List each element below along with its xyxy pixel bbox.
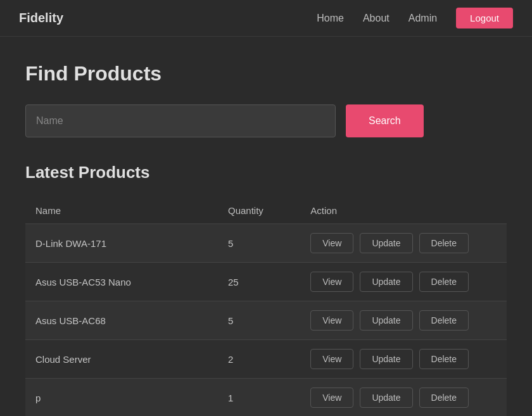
delete-button[interactable]: Delete [419,233,469,253]
nav-home[interactable]: Home [317,13,344,24]
product-name: Asus USB-AC68 [25,301,218,340]
product-quantity: 5 [218,224,300,263]
logout-button[interactable]: Logout [456,8,513,28]
action-buttons-group: ViewUpdateDelete [310,272,497,292]
product-name: p [25,379,218,417]
product-actions: ViewUpdateDelete [300,379,507,417]
table-row: D-Link DWA-1715ViewUpdateDelete [25,224,507,263]
nav-links: Home About Admin Logout [317,8,513,28]
product-name: D-Link DWA-171 [25,224,218,263]
action-buttons-group: ViewUpdateDelete [310,310,497,331]
update-button[interactable]: Update [360,233,412,253]
view-button[interactable]: View [310,349,353,369]
delete-button[interactable]: Delete [419,349,469,369]
main-content: Find Products Search Latest Products Nam… [0,37,532,416]
table-header-row: Name Quantity Action [25,198,507,224]
action-buttons-group: ViewUpdateDelete [310,349,497,369]
product-quantity: 5 [218,301,300,340]
table-row: p1ViewUpdateDelete [25,379,507,417]
table-row: Asus USB-AC685ViewUpdateDelete [25,301,507,340]
delete-button[interactable]: Delete [419,310,469,331]
product-actions: ViewUpdateDelete [300,224,507,263]
product-actions: ViewUpdateDelete [300,340,507,379]
navbar: Fidelity Home About Admin Logout [0,0,532,37]
product-quantity: 1 [218,379,300,417]
update-button[interactable]: Update [360,272,412,292]
delete-button[interactable]: Delete [419,388,469,408]
view-button[interactable]: View [310,388,353,408]
view-button[interactable]: View [310,310,353,331]
view-button[interactable]: View [310,272,353,292]
product-quantity: 25 [218,263,300,301]
product-actions: ViewUpdateDelete [300,263,507,301]
action-buttons-group: ViewUpdateDelete [310,388,497,408]
table-row: Asus USB-AC53 Nano25ViewUpdateDelete [25,263,507,301]
search-section: Search [25,104,507,137]
view-button[interactable]: View [310,233,353,253]
product-quantity: 2 [218,340,300,379]
update-button[interactable]: Update [360,388,412,408]
update-button[interactable]: Update [360,349,412,369]
products-table: Name Quantity Action D-Link DWA-1715View… [25,198,507,416]
col-header-name: Name [25,198,218,224]
col-header-quantity: Quantity [218,198,300,224]
product-name: Cloud Server [25,340,218,379]
table-row: Cloud Server2ViewUpdateDelete [25,340,507,379]
page-title: Find Products [25,62,507,85]
action-buttons-group: ViewUpdateDelete [310,233,497,253]
products-section-title: Latest Products [25,163,507,182]
nav-admin[interactable]: Admin [408,13,437,24]
delete-button[interactable]: Delete [419,272,469,292]
product-actions: ViewUpdateDelete [300,301,507,340]
col-header-action: Action [300,198,507,224]
search-button[interactable]: Search [346,104,424,137]
update-button[interactable]: Update [360,310,412,331]
brand-logo: Fidelity [19,11,63,25]
products-section: Latest Products Name Quantity Action D-L… [25,163,507,416]
product-name: Asus USB-AC53 Nano [25,263,218,301]
search-input[interactable] [25,104,336,137]
nav-about[interactable]: About [363,13,390,24]
